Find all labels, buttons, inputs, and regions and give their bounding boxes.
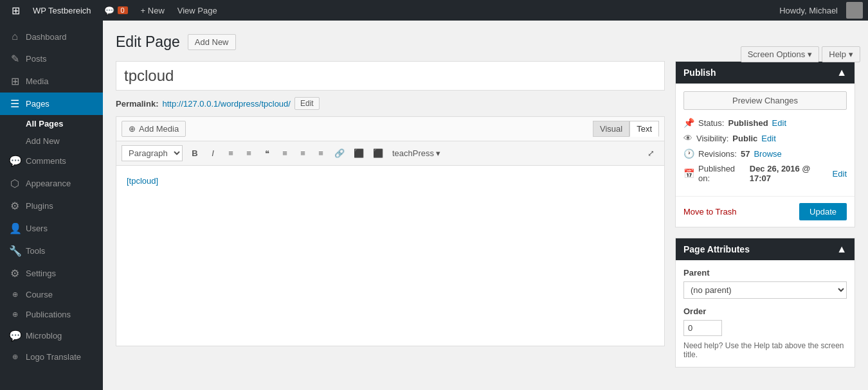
sidebar-item-label: Appearance	[26, 179, 71, 188]
sidebar-item-settings[interactable]: ⚙ Settings	[0, 262, 103, 285]
expand-button[interactable]: ⤢	[642, 146, 659, 161]
editor-tabs: Visual Text	[593, 121, 659, 137]
permalink-url[interactable]: http://127.0.0.1/wordpress/tpcloud/	[162, 99, 290, 109]
publish-panel: Publish ▲ Preview Changes 📌 Status: Publ…	[675, 61, 855, 227]
table-button[interactable]: ⬛	[369, 146, 387, 161]
link-button[interactable]: 🔗	[330, 146, 348, 161]
publish-collapse-icon[interactable]: ▲	[836, 67, 847, 78]
published-on-edit-link[interactable]: Edit	[833, 169, 847, 179]
sidebar-item-microblog[interactable]: 💬 Microblog	[0, 324, 103, 347]
help-chevron-icon: ▾	[849, 49, 853, 59]
update-button[interactable]: Update	[799, 203, 847, 220]
ul-button[interactable]: ≡	[222, 146, 239, 161]
status-label: Status:	[698, 118, 724, 128]
admin-bar: ⊞ WP Testbereich 💬 0 + New View Page How…	[0, 0, 868, 21]
dashboard-icon: ⌂	[9, 31, 21, 42]
formatting-bar: Paragraph B I ≡ ≡ ❝ ≡ ≡ ≡ 🔗 ⬛ ⬛	[116, 141, 664, 166]
new-label: + New	[141, 6, 165, 15]
screen-options-button[interactable]: Screen Options ▾	[741, 46, 820, 62]
sidebar-item-course[interactable]: ⊕ Course	[0, 285, 103, 305]
add-media-button[interactable]: ⊕ Add Media	[122, 121, 186, 137]
sidebar-item-dashboard[interactable]: ⌂ Dashboard	[0, 26, 103, 48]
logo-translate-icon: ⊕	[9, 353, 21, 361]
teachpress-button[interactable]: teachPress ▾	[388, 146, 444, 161]
sidebar-item-label: Dashboard	[26, 32, 67, 42]
sidebar-item-users[interactable]: 👤 Users	[0, 217, 103, 240]
paragraph-select[interactable]: Paragraph	[122, 145, 183, 161]
plugins-icon: ⚙	[9, 200, 21, 212]
blockquote-button[interactable]: ❝	[258, 146, 275, 161]
visibility-value: Public	[732, 134, 757, 143]
revisions-browse-link[interactable]: Browse	[754, 149, 781, 159]
align-right-button[interactable]: ≡	[312, 146, 329, 161]
page-attributes-panel-header: Page Attributes ▲	[676, 238, 854, 260]
sidebar-item-label: Users	[26, 224, 48, 233]
page-title: Edit Page	[116, 33, 180, 51]
page-attributes-collapse-icon[interactable]: ▲	[836, 244, 847, 255]
visual-tab[interactable]: Visual	[593, 121, 629, 137]
publish-panel-footer: Move to Trash Update	[676, 196, 854, 227]
ol-button[interactable]: ≡	[240, 146, 257, 161]
screen-options-chevron-icon: ▾	[808, 49, 812, 59]
sidebar-item-plugins[interactable]: ⚙ Plugins	[0, 195, 103, 217]
wp-logo-item[interactable]: ⊞	[5, 0, 26, 21]
edit-permalink-button[interactable]: Edit	[294, 97, 320, 110]
tools-icon: 🔧	[9, 245, 21, 257]
preview-changes-button[interactable]: Preview Changes	[683, 91, 847, 110]
appearance-icon: ⬡	[9, 177, 21, 190]
help-button[interactable]: Help ▾	[822, 46, 860, 62]
comments-item[interactable]: 💬 0	[98, 0, 134, 21]
sidebar-item-appearance[interactable]: ⬡ Appearance	[0, 172, 103, 195]
more-button[interactable]: ⬛	[350, 146, 368, 161]
howdy-label: Howdy, Michael	[774, 6, 843, 15]
posts-icon: ✎	[9, 53, 21, 65]
sidebar-item-logo-translate[interactable]: ⊕ Logo Translate	[0, 347, 103, 367]
sidebar-panel: Publish ▲ Preview Changes 📌 Status: Publ…	[675, 61, 855, 378]
align-left-button[interactable]: ≡	[276, 146, 293, 161]
add-media-icon: ⊕	[129, 124, 136, 134]
visibility-label: Visibility:	[696, 134, 728, 143]
sidebar-item-pages[interactable]: ☰ Pages	[0, 93, 103, 115]
status-row: 📌 Status: Published Edit	[683, 118, 847, 128]
sidebar-sub-all-pages[interactable]: All Pages	[0, 115, 103, 132]
new-item[interactable]: + New	[134, 0, 171, 21]
sidebar: ⌂ Dashboard ✎ Posts ⊞ Media ☰ Pages All …	[0, 21, 103, 390]
site-name-item[interactable]: WP Testbereich	[26, 0, 98, 21]
publish-panel-header: Publish ▲	[676, 62, 854, 84]
publish-panel-body: Preview Changes 📌 Status: Published Edit…	[676, 84, 854, 196]
sidebar-item-publications[interactable]: ⊕ Publications	[0, 305, 103, 324]
sidebar-sub-add-new[interactable]: Add New	[0, 132, 103, 150]
parent-label: Parent	[683, 268, 847, 278]
site-name-label: WP Testbereich	[33, 6, 91, 15]
revisions-icon: 🕐	[683, 148, 694, 159]
content-area: Permalink: http://127.0.0.1/wordpress/tp…	[116, 61, 855, 378]
bold-button[interactable]: B	[186, 146, 203, 161]
editor-body[interactable]: [tpcloud]	[116, 166, 664, 346]
sidebar-item-posts[interactable]: ✎ Posts	[0, 48, 103, 70]
align-center-button[interactable]: ≡	[294, 146, 311, 161]
page-title-input[interactable]	[116, 61, 665, 91]
sidebar-item-tools[interactable]: 🔧 Tools	[0, 240, 103, 262]
top-bar: Screen Options ▾ Help ▾	[741, 46, 860, 62]
sidebar-item-label: Tools	[26, 246, 45, 256]
parent-select[interactable]: (no parent)	[683, 281, 847, 299]
editor-content: [tpcloud]	[127, 176, 158, 186]
teachpress-chevron-icon: ▾	[436, 148, 440, 158]
published-icon: 📅	[683, 168, 694, 179]
view-page-item[interactable]: View Page	[171, 0, 224, 21]
visibility-edit-link[interactable]: Edit	[761, 134, 775, 143]
comments-nav-icon: 💬	[9, 155, 21, 167]
order-input[interactable]	[683, 320, 722, 336]
add-media-bar: ⊕ Add Media Visual Text	[116, 117, 664, 141]
sidebar-item-media[interactable]: ⊞ Media	[0, 70, 103, 93]
sidebar-item-comments[interactable]: 💬 Comments	[0, 150, 103, 172]
visibility-icon: 👁	[683, 133, 692, 143]
add-new-button[interactable]: Add New	[188, 34, 236, 50]
sidebar-item-label: Logo Translate	[26, 352, 81, 362]
revisions-label: Revisions:	[698, 149, 737, 159]
published-on-row: 📅 Published on: Dec 26, 2016 @ 17:07 Edi…	[683, 164, 847, 183]
text-tab[interactable]: Text	[629, 121, 659, 137]
status-edit-link[interactable]: Edit	[772, 118, 786, 128]
italic-button[interactable]: I	[204, 146, 221, 161]
move-to-trash-link[interactable]: Move to Trash	[683, 207, 736, 217]
